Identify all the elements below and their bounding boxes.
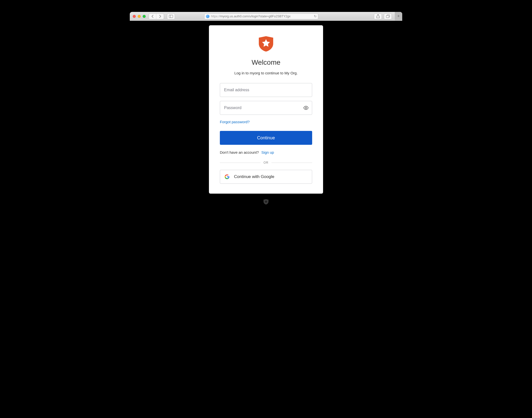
reload-button[interactable]: ↻ [314, 14, 317, 18]
plus-icon: + [397, 14, 400, 19]
forward-button[interactable] [156, 14, 164, 19]
address-bar[interactable]: https://myorg.us.auth0.com/u/login?state… [204, 13, 318, 19]
login-title: Welcome [252, 59, 280, 66]
shield-icon [264, 199, 268, 205]
shield-star-icon [259, 36, 273, 52]
auth0-footer-logo [264, 199, 268, 205]
safari-window: https://myorg.us.auth0.com/u/login?state… [130, 12, 402, 227]
google-button-label: Continue with Google [234, 174, 274, 179]
eye-icon [303, 106, 309, 110]
signup-link[interactable]: Sign up [261, 150, 274, 154]
page-content: Welcome Log in to myorg to continue to M… [130, 21, 402, 227]
chevron-left-icon [151, 15, 154, 18]
svg-rect-0 [169, 15, 173, 18]
sidebar-icon [169, 15, 173, 18]
window-zoom-button[interactable] [143, 15, 146, 18]
google-icon [225, 174, 230, 179]
url-text: https://myorg.us.auth0.com/u/login?state… [211, 15, 312, 18]
window-controls [133, 15, 146, 18]
window-close-button[interactable] [133, 15, 136, 18]
tabs-overview-button[interactable] [384, 13, 392, 19]
forgot-password-link[interactable]: Forgot password? [220, 120, 250, 124]
toggle-password-visibility[interactable] [303, 105, 309, 111]
password-field-wrap [220, 101, 312, 115]
chevron-right-icon [159, 15, 161, 18]
share-icon [376, 14, 380, 18]
back-button[interactable] [149, 14, 156, 19]
continue-with-google-button[interactable]: Continue with Google [220, 170, 312, 184]
signup-prompt: Don't have an account? [220, 150, 259, 154]
browser-titlebar: https://myorg.us.auth0.com/u/login?state… [130, 12, 402, 21]
signup-row: Don't have an account? Sign up [220, 150, 274, 154]
new-tab-button[interactable]: + [395, 12, 402, 21]
login-card: Welcome Log in to myorg to continue to M… [209, 25, 323, 194]
nav-back-forward [149, 13, 164, 19]
sidebar-toggle-button[interactable] [167, 13, 175, 19]
svg-rect-2 [386, 16, 389, 18]
svg-point-3 [305, 107, 307, 109]
auth0-logo [259, 36, 273, 52]
share-button[interactable] [374, 13, 382, 19]
login-subtitle: Log in to myorg to continue to My Org. [234, 71, 298, 75]
password-input[interactable] [220, 101, 312, 115]
email-input[interactable] [220, 83, 312, 97]
continue-button[interactable]: Continue [220, 131, 312, 145]
window-minimize-button[interactable] [138, 15, 141, 18]
globe-icon [206, 15, 209, 18]
tabs-icon [386, 15, 390, 18]
divider: OR [220, 161, 312, 164]
divider-label: OR [264, 161, 268, 164]
